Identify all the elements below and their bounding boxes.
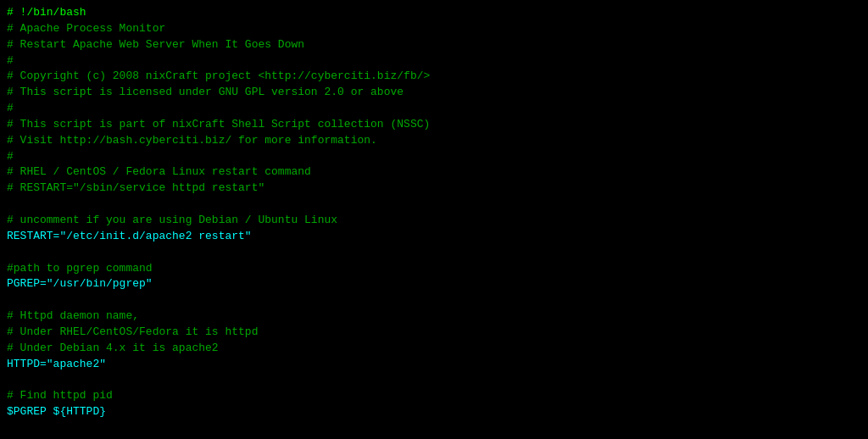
line-27 [7, 420, 861, 436]
line-6: # This script is licensed under GNU GPL … [7, 85, 861, 101]
line-2: # Apache Process Monitor [7, 21, 861, 37]
line-19 [7, 292, 861, 308]
line-5: # Copyright (c) 2008 nixCraft project <h… [7, 69, 861, 85]
line-8: # This script is part of nixCraft Shell … [7, 117, 861, 133]
line-9: # Visit http://bash.cyberciti.biz/ for m… [7, 133, 861, 149]
line-22: # Under Debian 4.x it is apache2 [7, 341, 861, 357]
line-24 [7, 372, 861, 388]
line-12: # RESTART="/sbin/service httpd restart" [7, 181, 861, 197]
line-26: $PGREP ${HTTPD} [7, 404, 861, 420]
line-18: PGREP="/usr/bin/pgrep" [7, 276, 861, 292]
line-14: # uncomment if you are using Debian / Ub… [7, 213, 861, 229]
line-15: RESTART="/etc/init.d/apache2 restart" [7, 229, 861, 245]
line-21: # Under RHEL/CentOS/Fedora it is httpd [7, 325, 861, 341]
line-4: # [7, 53, 861, 69]
line-13 [7, 197, 861, 213]
line-3: # Restart Apache Web Server When It Goes… [7, 37, 861, 53]
line-23: HTTPD="apache2" [7, 357, 861, 373]
terminal-window: # !/bin/bash # Apache Process Monitor # … [0, 0, 868, 439]
line-25: # Find httpd pid [7, 388, 861, 404]
line-10: # [7, 149, 861, 165]
line-11: # RHEL / CentOS / Fedora Linux restart c… [7, 164, 861, 181]
line-20: # Httpd daemon name, [7, 308, 861, 325]
line-17: #path to pgrep command [7, 261, 861, 277]
line-16 [7, 245, 861, 261]
line-1: # !/bin/bash [7, 5, 861, 21]
line-7: # [7, 101, 861, 117]
